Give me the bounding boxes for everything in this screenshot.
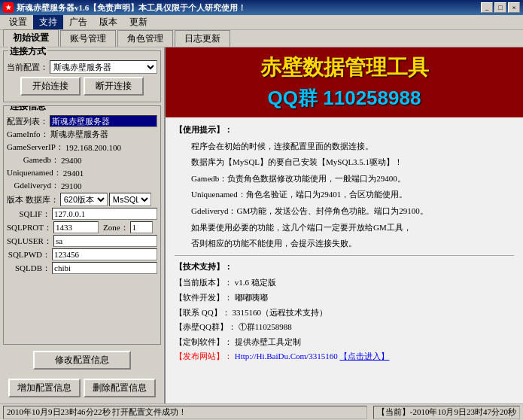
uniquenamed-value: 29401 xyxy=(63,169,157,178)
right-qq: QQ群 110258988 xyxy=(175,85,514,111)
title-bar: ★ 斯魂赤壁服务器v1.6【免责声明】本工具仅限于个人研究使用！ _ □ × xyxy=(0,0,523,15)
gdeliveryd-label: Gdeliveryd： xyxy=(7,180,59,191)
sqlprot-label: SQLPROT： xyxy=(7,222,52,233)
title-bar-left: ★ 斯魂赤壁服务器v1.6【免责声明】本工具仅限于个人研究使用！ xyxy=(3,2,246,14)
sqldb-label: SQLDB： xyxy=(7,263,50,274)
tech-row-website: 【发布网站】： Http://Hi.BaiDu.Com/3315160 【点击进… xyxy=(175,350,514,364)
sqlif-label: SQLIF： xyxy=(7,208,50,220)
menu-version[interactable]: 版本 xyxy=(93,15,123,29)
sqlpwd-label: SQLPWD： xyxy=(7,249,50,260)
config-list-label: 配置列表： xyxy=(7,116,48,127)
sqlpwd-input[interactable] xyxy=(52,248,157,260)
window-title: 斯魂赤壁服务器v1.6【免责声明】本工具仅限于个人研究使用！ xyxy=(17,2,246,14)
db-version-select[interactable]: 620版本 xyxy=(60,193,108,206)
config-list-input[interactable] xyxy=(50,115,157,127)
delete-config-button[interactable]: 删除配置信息 xyxy=(84,379,156,397)
tech-qq-label: 【联系 QQ】： xyxy=(175,308,230,317)
db-version-label: 版本 数据库： xyxy=(7,194,59,205)
menu-ad[interactable]: 广告 xyxy=(63,15,93,29)
tech-custom-value: 提供赤壁工具定制 xyxy=(235,337,301,346)
gameserverip-value: 192.168.200.100 xyxy=(65,143,157,152)
uniquenamed-label: Uniquenamed： xyxy=(7,167,62,178)
zone-input[interactable] xyxy=(130,221,153,233)
usage-tips-title: 【使用提示】： xyxy=(175,123,514,137)
gamedb-label: Gamedb： xyxy=(7,154,59,166)
main-container: 连接方式 当前配置： 斯魂赤壁服务器 开始连接 断开连接 连接信息 配置列表： … xyxy=(0,47,523,403)
tab-log-update[interactable]: 日志更新 xyxy=(175,30,230,47)
gdeliveryd-row: Gdeliveryd： 29100 xyxy=(7,180,157,191)
connect-section: 连接方式 当前配置： 斯魂赤壁服务器 开始连接 断开连接 xyxy=(3,50,161,102)
left-panel: 连接方式 当前配置： 斯魂赤壁服务器 开始连接 断开连接 连接信息 配置列表： … xyxy=(0,47,166,403)
tech-row-dev: 【软件开发】： 嘟嘟咦嘟 xyxy=(175,291,514,305)
connect-legend: 连接方式 xyxy=(8,45,47,58)
menu-support[interactable]: 支持 xyxy=(33,15,63,29)
sqlpwd-row: SQLPWD： xyxy=(7,248,157,260)
sqluser-label: SQLUSER： xyxy=(7,236,52,247)
usage-tip-1: 程序会在初始的时候，连接配置里面的数据连接。 xyxy=(175,140,514,154)
sqldb-input[interactable] xyxy=(52,262,157,274)
tab-bar: 初始设置 账号管理 角色管理 日志更新 xyxy=(0,30,523,47)
modify-config-button[interactable]: 修改配置信息 xyxy=(33,351,131,370)
modify-button-row: 修改配置信息 xyxy=(3,351,161,370)
usage-tip-7: 否则相应的功能不能使用，会提示连接失败。 xyxy=(175,237,514,251)
disconnect-button[interactable]: 断开连接 xyxy=(84,77,144,96)
tab-role-manage[interactable]: 角色管理 xyxy=(117,30,173,47)
gameinfo-label: GameInfo： xyxy=(7,129,49,140)
sqlprot-row: SQLPROT： Zone： xyxy=(7,221,157,233)
tech-website-value: Http://Hi.BaiDu.Com/3315160 xyxy=(235,352,340,361)
menu-update[interactable]: 更新 xyxy=(123,15,154,29)
minimize-button[interactable]: _ xyxy=(481,2,493,13)
gdeliveryd-value: 29100 xyxy=(61,181,157,190)
status-left: 2010年10月9日23时46分22秒 打开配置文件成功！ xyxy=(3,406,367,419)
tech-support-title: 【技术支持】： xyxy=(175,260,514,274)
tech-website-label: 【发布网站】： xyxy=(175,352,233,361)
right-title: 赤壁数据管理工具 xyxy=(175,53,514,82)
tech-dev-label: 【软件开发】： xyxy=(175,293,233,302)
sqlif-row: SQLIF： xyxy=(7,208,157,220)
add-config-button[interactable]: 增加配置信息 xyxy=(8,379,81,397)
gameinfo-value: 斯魂赤壁服务器 xyxy=(50,129,157,140)
gameserverip-label: GameServerIP： xyxy=(7,142,64,153)
tab-account-manage[interactable]: 账号管理 xyxy=(60,30,116,47)
menu-bar: 设置 支持 广告 版本 更新 xyxy=(0,15,523,30)
tech-row-custom: 【定制软件】： 提供赤壁工具定制 xyxy=(175,336,514,349)
right-content: 【使用提示】： 程序会在初始的时候，连接配置里面的数据连接。 数据库为【MySQ… xyxy=(166,117,523,403)
tech-version-label: 【当前版本】： xyxy=(175,278,233,287)
usage-tip-6: 如果要使用必要的功能，这几个端口一定要开放给GM工具， xyxy=(175,221,514,235)
website-link[interactable]: 【点击进入】 xyxy=(339,352,389,361)
usage-tip-5: Gdeliveryd：GM功能，发送公告、封停角色功能。端口为29100。 xyxy=(175,205,514,218)
db-type-select[interactable]: MsSQL库 xyxy=(109,193,151,206)
tech-row-qq: 【联系 QQ】： 3315160（远程技术支持） xyxy=(175,306,514,320)
close-button[interactable]: × xyxy=(508,2,520,13)
gameserverip-row: GameServerIP： 192.168.200.100 xyxy=(7,142,157,153)
sqluser-input[interactable] xyxy=(53,235,157,247)
menu-settings[interactable]: 设置 xyxy=(3,15,33,29)
tab-initial-setup[interactable]: 初始设置 xyxy=(3,29,59,47)
tech-custom-label: 【定制软件】： xyxy=(175,337,233,346)
config-select[interactable]: 斯魂赤壁服务器 xyxy=(50,60,157,74)
gameinfo-row: GameInfo： 斯魂赤壁服务器 xyxy=(7,129,157,140)
gamedb-value: 29400 xyxy=(61,156,157,165)
tech-dev-value: 嘟嘟咦嘟 xyxy=(235,293,268,302)
sqlprot-input[interactable] xyxy=(53,221,99,233)
sqluser-row: SQLUSER： xyxy=(7,235,157,247)
db-version-row: 版本 数据库： 620版本 MsSQL库 xyxy=(7,193,157,206)
tech-section: 【技术支持】： 【当前版本】： v1.6 稳定版 【软件开发】： 嘟嘟咦嘟 【联… xyxy=(175,260,514,364)
add-delete-button-row: 增加配置信息 删除配置信息 xyxy=(3,379,161,397)
status-bar: 2010年10月9日23时46分22秒 打开配置文件成功！ 【当前】-2010年… xyxy=(0,403,523,420)
tech-qq-value: 3315160（远程技术支持） xyxy=(232,308,327,317)
start-connect-button[interactable]: 开始连接 xyxy=(20,77,81,96)
usage-tip-3: Gamedb：负责角色数据修改功能使用，一般端口为29400。 xyxy=(175,172,514,186)
tech-row-group: 【赤壁QQ群】： ①群110258988 xyxy=(175,321,514,334)
status-right: 【当前】-2010年10月9日23时47分20秒 xyxy=(373,406,520,419)
current-config-row: 当前配置： 斯魂赤壁服务器 xyxy=(7,60,157,74)
current-config-label: 当前配置： xyxy=(7,62,48,73)
sqldb-row: SQLDB： xyxy=(7,262,157,274)
maximize-button[interactable]: □ xyxy=(494,2,506,13)
connect-buttons: 开始连接 断开连接 xyxy=(7,77,157,96)
tech-group-value: ①群110258988 xyxy=(239,322,292,331)
zone-label: Zone： xyxy=(103,222,129,233)
divider xyxy=(175,255,514,256)
sqlif-input[interactable] xyxy=(52,208,157,220)
tech-row-version: 【当前版本】： v1.6 稳定版 xyxy=(175,276,514,290)
